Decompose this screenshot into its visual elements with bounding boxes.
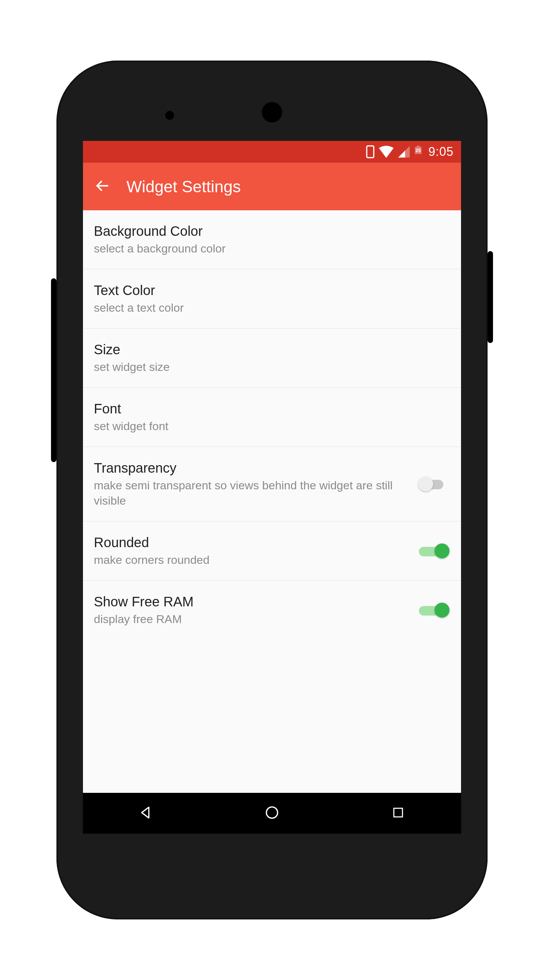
setting-title: Background Color bbox=[94, 223, 450, 240]
svg-rect-0 bbox=[367, 146, 374, 158]
back-button[interactable] bbox=[94, 178, 110, 195]
svg-point-5 bbox=[266, 807, 278, 818]
nav-recents-button[interactable] bbox=[389, 804, 408, 823]
device-frame: 25 9:05 Widget Settings bbox=[56, 60, 488, 920]
square-recents-icon bbox=[392, 806, 404, 821]
setting-subtitle: set widget size bbox=[94, 360, 450, 375]
cell-signal-icon bbox=[398, 146, 410, 158]
setting-subtitle: select a text color bbox=[94, 300, 450, 316]
front-camera bbox=[262, 102, 282, 123]
svg-rect-6 bbox=[394, 808, 402, 817]
setting-row-rounded[interactable]: Rounded make corners rounded bbox=[83, 522, 461, 581]
proximity-sensor bbox=[165, 111, 174, 120]
setting-texts: Transparency make semi transparent so vi… bbox=[94, 460, 407, 509]
circle-home-icon bbox=[265, 805, 279, 821]
setting-subtitle: make corners rounded bbox=[94, 552, 407, 568]
setting-title: Font bbox=[94, 400, 450, 417]
setting-texts: Background Color select a background col… bbox=[94, 223, 450, 256]
transparency-toggle[interactable] bbox=[418, 475, 450, 493]
toggle-thumb bbox=[435, 603, 449, 617]
wifi-icon bbox=[379, 146, 394, 158]
setting-row-size[interactable]: Size set widget size bbox=[83, 329, 461, 388]
setting-subtitle: display free RAM bbox=[94, 611, 407, 627]
portrait-lock-icon bbox=[366, 145, 375, 158]
nav-back-button[interactable] bbox=[136, 804, 155, 823]
setting-row-font[interactable]: Font set widget font bbox=[83, 388, 461, 447]
svg-rect-3 bbox=[415, 154, 422, 158]
setting-subtitle: make semi transparent so views behind th… bbox=[94, 478, 407, 509]
setting-title: Transparency bbox=[94, 460, 407, 476]
setting-row-text-color[interactable]: Text Color select a text color bbox=[83, 269, 461, 329]
setting-texts: Font set widget font bbox=[94, 400, 450, 434]
rounded-toggle[interactable] bbox=[418, 542, 450, 560]
setting-title: Text Color bbox=[94, 282, 450, 299]
page-title: Widget Settings bbox=[127, 177, 241, 196]
status-clock: 9:05 bbox=[428, 145, 454, 159]
battery-label: 25 bbox=[414, 148, 422, 153]
battery-icon: 25 bbox=[414, 146, 422, 158]
setting-row-transparency[interactable]: Transparency make semi transparent so vi… bbox=[83, 447, 461, 522]
setting-subtitle: set widget font bbox=[94, 418, 450, 434]
show-free-ram-toggle[interactable] bbox=[418, 601, 450, 619]
setting-texts: Text Color select a text color bbox=[94, 282, 450, 316]
setting-title: Size bbox=[94, 341, 450, 358]
status-bar: 25 9:05 bbox=[83, 141, 461, 163]
triangle-back-icon bbox=[139, 805, 153, 821]
setting-texts: Rounded make corners rounded bbox=[94, 534, 407, 568]
setting-title: Show Free RAM bbox=[94, 593, 407, 610]
setting-title: Rounded bbox=[94, 534, 407, 551]
settings-list: Background Color select a background col… bbox=[83, 210, 461, 793]
setting-texts: Show Free RAM display free RAM bbox=[94, 593, 407, 627]
setting-subtitle: select a background color bbox=[94, 241, 450, 256]
navigation-bar bbox=[83, 793, 461, 834]
setting-row-background-color[interactable]: Background Color select a background col… bbox=[83, 210, 461, 269]
screen: 25 9:05 Widget Settings bbox=[83, 141, 461, 834]
app-bar: Widget Settings bbox=[83, 163, 461, 210]
setting-texts: Size set widget size bbox=[94, 341, 450, 375]
svg-rect-2 bbox=[417, 146, 420, 147]
toggle-thumb bbox=[435, 543, 449, 558]
nav-home-button[interactable] bbox=[262, 804, 282, 823]
arrow-left-icon bbox=[95, 178, 109, 195]
canvas: 25 9:05 Widget Settings bbox=[0, 0, 544, 980]
setting-row-show-free-ram[interactable]: Show Free RAM display free RAM bbox=[83, 581, 461, 640]
